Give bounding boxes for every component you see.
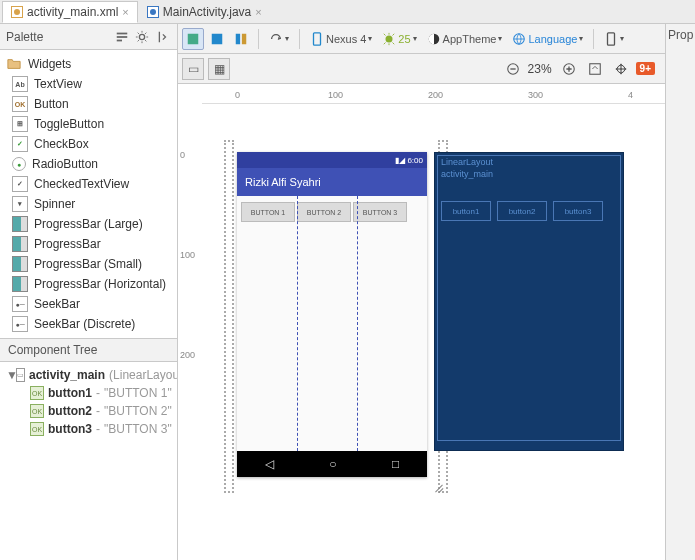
preview-body: BUTTON 1 BUTTON 2 BUTTON 3 bbox=[237, 196, 427, 451]
variant-select[interactable] bbox=[600, 28, 628, 50]
zoom-fit-icon[interactable] bbox=[586, 60, 604, 78]
design-toolbar: Nexus 4 25 AppTheme Language bbox=[178, 24, 665, 54]
tree-root[interactable]: ▼ ▭ activity_main (LinearLayout) bbox=[0, 366, 177, 384]
theme-select[interactable]: AppTheme bbox=[423, 28, 507, 50]
widget-progressbar-small[interactable]: ProgressBar (Small) bbox=[0, 254, 177, 274]
nav-back-icon: ◁ bbox=[265, 457, 274, 471]
close-icon[interactable]: × bbox=[122, 6, 128, 18]
tab-main-activity[interactable]: MainActivity.java × bbox=[138, 1, 271, 23]
expand-icon[interactable]: ▼ bbox=[6, 368, 16, 382]
tree-item-button2[interactable]: OK button2 - "BUTTON 2" bbox=[0, 402, 177, 420]
tree-item-button3[interactable]: OK button3 - "BUTTON 3" bbox=[0, 420, 177, 438]
properties-panel[interactable]: Prop bbox=[665, 24, 695, 560]
widget-progressbar-horizontal[interactable]: ProgressBar (Horizontal) bbox=[0, 274, 177, 294]
blueprint-view-icon[interactable] bbox=[206, 28, 228, 50]
select-mode-icon[interactable]: ▭ bbox=[182, 58, 204, 80]
blueprint-preview[interactable]: LinearLayout activity_main button1 butto… bbox=[434, 152, 624, 451]
resize-handle-icon[interactable] bbox=[434, 480, 446, 492]
collapse-icon[interactable] bbox=[153, 28, 171, 46]
folder-icon bbox=[6, 56, 22, 72]
bp-button3[interactable]: button3 bbox=[553, 201, 603, 221]
bp-button2[interactable]: button2 bbox=[497, 201, 547, 221]
checkedtext-icon: ✓ bbox=[12, 176, 28, 192]
layout-guide bbox=[297, 196, 298, 451]
tab-activity-main[interactable]: activity_main.xml × bbox=[2, 1, 138, 23]
bp-button1[interactable]: button1 bbox=[441, 201, 491, 221]
widget-radiobutton[interactable]: ●RadioButton bbox=[0, 154, 177, 174]
warnings-badge[interactable]: 9+ bbox=[636, 62, 655, 75]
tree-item-button1[interactable]: OK button1 - "BUTTON 1" bbox=[0, 384, 177, 402]
widget-checkedtextview[interactable]: ✓CheckedTextView bbox=[0, 174, 177, 194]
close-icon[interactable]: × bbox=[255, 6, 261, 18]
nav-bar: ◁ ○ □ bbox=[237, 451, 427, 477]
java-file-icon bbox=[147, 6, 159, 18]
svg-point-9 bbox=[386, 35, 393, 42]
widget-togglebutton[interactable]: ⊞ToggleButton bbox=[0, 114, 177, 134]
tab-label: MainActivity.java bbox=[163, 5, 251, 19]
gear-icon[interactable] bbox=[133, 28, 151, 46]
button-icon: OK bbox=[30, 404, 44, 418]
app-bar: Rizki Alfi Syahri bbox=[237, 168, 427, 196]
palette-header: Palette bbox=[0, 24, 177, 50]
guide-bounds bbox=[224, 140, 234, 493]
svg-point-3 bbox=[139, 34, 144, 39]
svg-rect-7 bbox=[242, 33, 246, 44]
nav-recent-icon: □ bbox=[392, 457, 399, 471]
widget-progressbar[interactable]: ProgressBar bbox=[0, 234, 177, 254]
bp-root-outline bbox=[437, 155, 621, 441]
design-toolbar-2: ▭ ▦ 23% 9+ bbox=[178, 54, 665, 84]
orientation-icon[interactable] bbox=[265, 28, 293, 50]
design-canvas[interactable]: 0 100 200 300 4 0 100 200 ▮◢ bbox=[178, 84, 665, 560]
widget-group[interactable]: Widgets bbox=[0, 54, 177, 74]
palette-title: Palette bbox=[6, 30, 111, 44]
ruler-vertical: 0 100 200 bbox=[178, 104, 202, 560]
svg-rect-12 bbox=[608, 32, 615, 44]
button-icon: OK bbox=[30, 422, 44, 436]
xml-file-icon bbox=[11, 6, 23, 18]
widget-spinner[interactable]: ▾Spinner bbox=[0, 194, 177, 214]
device-select[interactable]: Nexus 4 bbox=[306, 28, 376, 50]
radio-icon: ● bbox=[12, 157, 26, 171]
svg-rect-8 bbox=[314, 32, 321, 44]
seekbar-icon: ●─ bbox=[12, 296, 28, 312]
palette-view-icon[interactable] bbox=[113, 28, 131, 46]
preview-button2[interactable]: BUTTON 2 bbox=[297, 202, 351, 222]
layout-icon: ▭ bbox=[16, 368, 25, 382]
svg-rect-1 bbox=[117, 36, 128, 38]
signal-icon: ▮◢ bbox=[395, 156, 405, 165]
nav-home-icon: ○ bbox=[329, 457, 336, 471]
api-select[interactable]: 25 bbox=[378, 28, 420, 50]
status-bar: ▮◢ 6:00 bbox=[237, 152, 427, 168]
svg-rect-2 bbox=[117, 39, 122, 41]
preview-button3[interactable]: BUTTON 3 bbox=[353, 202, 407, 222]
status-time: 6:00 bbox=[407, 156, 423, 165]
both-view-icon[interactable] bbox=[230, 28, 252, 50]
svg-rect-15 bbox=[589, 63, 600, 74]
ruler-horizontal: 0 100 200 300 4 bbox=[202, 84, 665, 104]
widget-button[interactable]: OKButton bbox=[0, 94, 177, 114]
svg-rect-5 bbox=[212, 33, 223, 44]
preview-button1[interactable]: BUTTON 1 bbox=[241, 202, 295, 222]
progress-icon bbox=[12, 276, 28, 292]
svg-rect-4 bbox=[188, 33, 199, 44]
textview-icon: Ab bbox=[12, 76, 28, 92]
pan-icon[interactable] bbox=[612, 60, 630, 78]
pan-mode-icon[interactable]: ▦ bbox=[208, 58, 230, 80]
widget-textview[interactable]: AbTextView bbox=[0, 74, 177, 94]
widget-checkbox[interactable]: ✓CheckBox bbox=[0, 134, 177, 154]
svg-rect-0 bbox=[117, 32, 128, 34]
widget-progressbar-large[interactable]: ProgressBar (Large) bbox=[0, 214, 177, 234]
zoom-in-icon[interactable] bbox=[560, 60, 578, 78]
widget-seekbar-discrete[interactable]: ●─SeekBar (Discrete) bbox=[0, 314, 177, 334]
button-icon: OK bbox=[12, 96, 28, 112]
device-preview[interactable]: ▮◢ 6:00 Rizki Alfi Syahri BUTTON 1 BUTTO… bbox=[237, 152, 427, 477]
zoom-out-icon[interactable] bbox=[504, 60, 522, 78]
seekbar-icon: ●─ bbox=[12, 316, 28, 332]
button-icon: OK bbox=[30, 386, 44, 400]
design-view-icon[interactable] bbox=[182, 28, 204, 50]
language-select[interactable]: Language bbox=[508, 28, 587, 50]
layout-guide bbox=[357, 196, 358, 451]
tab-label: activity_main.xml bbox=[27, 5, 118, 19]
progress-icon bbox=[12, 256, 28, 272]
widget-seekbar[interactable]: ●─SeekBar bbox=[0, 294, 177, 314]
